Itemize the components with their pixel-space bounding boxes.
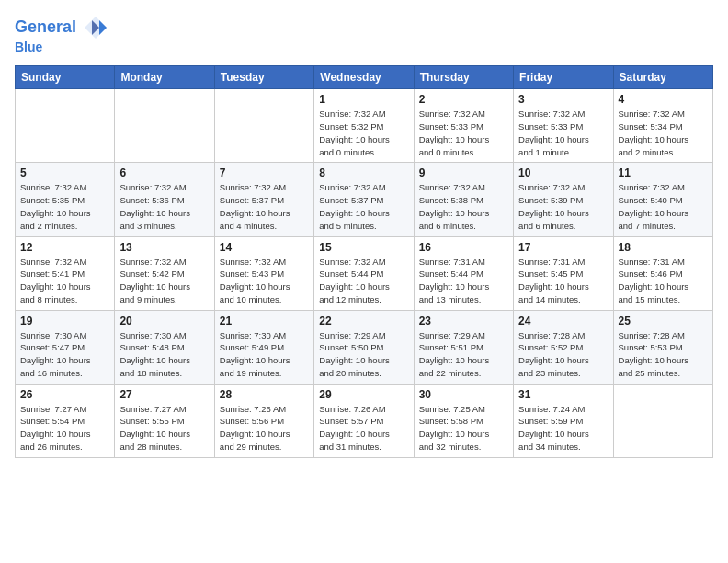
- day-number: 18: [619, 241, 708, 254]
- logo-blue: Blue: [15, 40, 108, 54]
- day-number: 26: [20, 388, 109, 401]
- calendar-cell: 30Sunrise: 7:25 AM Sunset: 5:58 PM Dayli…: [414, 384, 513, 457]
- calendar-cell: 28Sunrise: 7:26 AM Sunset: 5:56 PM Dayli…: [214, 384, 313, 457]
- day-info: Sunrise: 7:32 AM Sunset: 5:37 PM Dayligh…: [220, 181, 309, 232]
- day-info: Sunrise: 7:32 AM Sunset: 5:41 PM Dayligh…: [20, 256, 109, 306]
- day-info: Sunrise: 7:27 AM Sunset: 5:55 PM Dayligh…: [119, 403, 209, 454]
- day-info: Sunrise: 7:32 AM Sunset: 5:43 PM Dayligh…: [220, 256, 309, 306]
- calendar-cell: 25Sunrise: 7:28 AM Sunset: 5:53 PM Dayli…: [613, 310, 712, 384]
- calendar-week-row: 26Sunrise: 7:27 AM Sunset: 5:54 PM Dayli…: [16, 384, 713, 457]
- calendar-cell: 3Sunrise: 7:32 AM Sunset: 5:33 PM Daylig…: [514, 89, 613, 163]
- calendar-cell: 26Sunrise: 7:27 AM Sunset: 5:54 PM Dayli…: [16, 384, 115, 457]
- page-header: General Blue: [15, 15, 713, 54]
- day-info: Sunrise: 7:32 AM Sunset: 5:32 PM Dayligh…: [319, 108, 408, 158]
- weekday-header: Wednesday: [314, 66, 414, 89]
- weekday-header: Friday: [514, 66, 613, 89]
- day-number: 8: [319, 167, 408, 179]
- logo: General Blue: [15, 15, 108, 54]
- day-number: 1: [319, 93, 408, 106]
- calendar-cell: [16, 89, 115, 163]
- weekday-header: Saturday: [613, 66, 712, 89]
- calendar-table: SundayMondayTuesdayWednesdayThursdayFrid…: [15, 65, 713, 457]
- calendar-cell: 17Sunrise: 7:31 AM Sunset: 5:45 PM Dayli…: [514, 236, 613, 310]
- calendar-cell: 23Sunrise: 7:29 AM Sunset: 5:51 PM Dayli…: [414, 310, 513, 384]
- day-info: Sunrise: 7:28 AM Sunset: 5:53 PM Dayligh…: [619, 329, 708, 380]
- day-number: 17: [518, 241, 608, 254]
- calendar-week-row: 1Sunrise: 7:32 AM Sunset: 5:32 PM Daylig…: [16, 89, 713, 163]
- day-number: 16: [419, 241, 508, 254]
- day-info: Sunrise: 7:27 AM Sunset: 5:54 PM Dayligh…: [20, 403, 109, 454]
- day-number: 12: [20, 241, 109, 254]
- calendar-cell: [613, 384, 712, 457]
- day-info: Sunrise: 7:32 AM Sunset: 5:37 PM Dayligh…: [319, 181, 408, 232]
- day-number: 9: [419, 167, 508, 179]
- calendar-cell: 14Sunrise: 7:32 AM Sunset: 5:43 PM Dayli…: [214, 236, 313, 310]
- day-info: Sunrise: 7:32 AM Sunset: 5:40 PM Dayligh…: [619, 181, 708, 232]
- day-number: 28: [220, 388, 309, 401]
- day-info: Sunrise: 7:32 AM Sunset: 5:39 PM Dayligh…: [518, 181, 608, 232]
- calendar-cell: 27Sunrise: 7:27 AM Sunset: 5:55 PM Dayli…: [115, 384, 214, 457]
- logo-text: General: [15, 15, 108, 40]
- calendar-cell: 12Sunrise: 7:32 AM Sunset: 5:41 PM Dayli…: [16, 236, 115, 310]
- calendar-cell: [214, 89, 313, 163]
- day-number: 23: [419, 315, 508, 327]
- calendar-cell: 22Sunrise: 7:29 AM Sunset: 5:50 PM Dayli…: [314, 310, 414, 384]
- day-info: Sunrise: 7:31 AM Sunset: 5:45 PM Dayligh…: [518, 256, 608, 306]
- calendar-cell: 21Sunrise: 7:30 AM Sunset: 5:49 PM Dayli…: [214, 310, 313, 384]
- day-info: Sunrise: 7:31 AM Sunset: 5:44 PM Dayligh…: [419, 256, 508, 306]
- day-info: Sunrise: 7:32 AM Sunset: 5:35 PM Dayligh…: [20, 181, 109, 232]
- day-info: Sunrise: 7:28 AM Sunset: 5:52 PM Dayligh…: [518, 329, 608, 380]
- day-number: 3: [518, 93, 608, 106]
- day-number: 4: [619, 93, 708, 106]
- day-number: 29: [319, 388, 408, 401]
- day-number: 21: [220, 315, 309, 327]
- day-number: 15: [319, 241, 408, 254]
- day-info: Sunrise: 7:31 AM Sunset: 5:46 PM Dayligh…: [619, 256, 708, 306]
- day-info: Sunrise: 7:32 AM Sunset: 5:38 PM Dayligh…: [419, 181, 508, 232]
- calendar-cell: 6Sunrise: 7:32 AM Sunset: 5:36 PM Daylig…: [115, 163, 214, 236]
- day-info: Sunrise: 7:32 AM Sunset: 5:42 PM Dayligh…: [119, 256, 209, 306]
- weekday-header: Tuesday: [214, 66, 313, 89]
- calendar-cell: 13Sunrise: 7:32 AM Sunset: 5:42 PM Dayli…: [115, 236, 214, 310]
- day-number: 24: [518, 315, 608, 327]
- day-info: Sunrise: 7:32 AM Sunset: 5:34 PM Dayligh…: [619, 108, 708, 158]
- day-number: 20: [119, 315, 209, 327]
- day-number: 31: [518, 388, 608, 401]
- day-number: 13: [119, 241, 209, 254]
- day-number: 19: [20, 315, 109, 327]
- day-number: 7: [220, 167, 309, 179]
- day-number: 22: [319, 315, 408, 327]
- weekday-header: Monday: [115, 66, 214, 89]
- day-info: Sunrise: 7:29 AM Sunset: 5:50 PM Dayligh…: [319, 329, 408, 380]
- calendar-week-row: 19Sunrise: 7:30 AM Sunset: 5:47 PM Dayli…: [16, 310, 713, 384]
- day-info: Sunrise: 7:26 AM Sunset: 5:56 PM Dayligh…: [220, 403, 309, 454]
- day-number: 27: [119, 388, 209, 401]
- day-number: 10: [518, 167, 608, 179]
- calendar-cell: 24Sunrise: 7:28 AM Sunset: 5:52 PM Dayli…: [514, 310, 613, 384]
- day-info: Sunrise: 7:32 AM Sunset: 5:36 PM Dayligh…: [119, 181, 209, 232]
- calendar-cell: 5Sunrise: 7:32 AM Sunset: 5:35 PM Daylig…: [16, 163, 115, 236]
- day-info: Sunrise: 7:30 AM Sunset: 5:49 PM Dayligh…: [220, 329, 309, 380]
- day-number: 2: [419, 93, 508, 106]
- calendar-cell: 29Sunrise: 7:26 AM Sunset: 5:57 PM Dayli…: [314, 384, 414, 457]
- day-info: Sunrise: 7:32 AM Sunset: 5:33 PM Dayligh…: [518, 108, 608, 158]
- day-info: Sunrise: 7:26 AM Sunset: 5:57 PM Dayligh…: [319, 403, 408, 454]
- day-info: Sunrise: 7:24 AM Sunset: 5:59 PM Dayligh…: [518, 403, 608, 454]
- day-info: Sunrise: 7:25 AM Sunset: 5:58 PM Dayligh…: [419, 403, 508, 454]
- day-number: 14: [220, 241, 309, 254]
- calendar-cell: 15Sunrise: 7:32 AM Sunset: 5:44 PM Dayli…: [314, 236, 414, 310]
- day-info: Sunrise: 7:30 AM Sunset: 5:47 PM Dayligh…: [20, 329, 109, 380]
- calendar-cell: 8Sunrise: 7:32 AM Sunset: 5:37 PM Daylig…: [314, 163, 414, 236]
- day-info: Sunrise: 7:32 AM Sunset: 5:33 PM Dayligh…: [419, 108, 508, 158]
- calendar-cell: 1Sunrise: 7:32 AM Sunset: 5:32 PM Daylig…: [314, 89, 414, 163]
- calendar-cell: 19Sunrise: 7:30 AM Sunset: 5:47 PM Dayli…: [16, 310, 115, 384]
- calendar-cell: 11Sunrise: 7:32 AM Sunset: 5:40 PM Dayli…: [613, 163, 712, 236]
- weekday-header: Thursday: [414, 66, 513, 89]
- day-info: Sunrise: 7:32 AM Sunset: 5:44 PM Dayligh…: [319, 256, 408, 306]
- calendar-cell: 10Sunrise: 7:32 AM Sunset: 5:39 PM Dayli…: [514, 163, 613, 236]
- calendar-cell: 18Sunrise: 7:31 AM Sunset: 5:46 PM Dayli…: [613, 236, 712, 310]
- calendar-week-row: 5Sunrise: 7:32 AM Sunset: 5:35 PM Daylig…: [16, 163, 713, 236]
- calendar-cell: 9Sunrise: 7:32 AM Sunset: 5:38 PM Daylig…: [414, 163, 513, 236]
- svg-marker-1: [99, 20, 107, 35]
- day-number: 6: [119, 167, 209, 179]
